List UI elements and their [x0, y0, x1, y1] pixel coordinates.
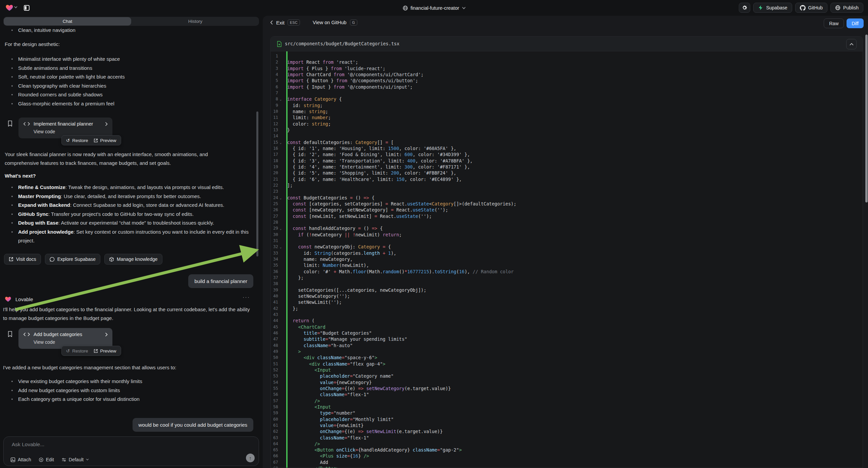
bullet-dot	[11, 196, 13, 197]
code-line: 57 />	[271, 398, 863, 404]
bullet-dot	[11, 213, 13, 215]
next-steps-list: Refine & Customize: Tweak the design, an…	[0, 183, 250, 245]
restore-button[interactable]: ↺ Restore	[66, 348, 88, 353]
user-message-bubble: would be cool if you could add budget ca…	[132, 418, 253, 432]
assistant-header: Lovable	[5, 296, 33, 302]
collapse-file-button[interactable]	[846, 39, 857, 49]
lovable-logo-icon[interactable]	[5, 4, 13, 12]
list-item: Subtle animations and transitions	[0, 64, 245, 73]
logo-chevron-down-icon[interactable]	[14, 6, 18, 8]
view-code-link[interactable]: View code	[34, 129, 108, 134]
view-code-link[interactable]: View code	[34, 340, 108, 345]
code-line: 32⌄ const newCategoryObj: Category = {	[271, 244, 863, 250]
message-menu-button[interactable]: ···	[243, 294, 250, 300]
code-panel-scrollbar-thumb[interactable]	[865, 35, 868, 202]
version-card-title: Add budget categories	[34, 332, 102, 337]
code-line: 64 />	[271, 441, 863, 447]
code-line: 2import React from 'react';	[271, 59, 863, 65]
publish-globe-icon	[835, 5, 840, 10]
sidebar-toggle-button[interactable]	[22, 3, 31, 12]
code-line: 53 placeholder="Category name"	[271, 373, 863, 379]
code-line: 19 { id: '4', name: 'Entertainment', lim…	[271, 164, 863, 170]
code-line: 68 </Button>	[271, 465, 863, 468]
code-line: 25 const [categories, setCategories] = R…	[271, 201, 863, 207]
file-path: src/components/budget/BudgetCategories.t…	[285, 41, 399, 46]
code-line: 66 <Plus size={16} />	[271, 453, 863, 459]
bullet-dot	[11, 222, 13, 224]
code-line: 41 setNewLimit('');	[271, 299, 863, 305]
tab-chat[interactable]: Chat	[4, 17, 131, 26]
prompt-composer: Attach Edit Default	[3, 436, 259, 466]
list-item: Clean, intuitive navigation	[0, 26, 245, 35]
chevron-left-icon	[270, 20, 273, 25]
esc-shortcut-badge: ESC	[287, 20, 300, 26]
chat-scrollbar-thumb[interactable]	[256, 112, 258, 257]
bullet-dot	[11, 85, 13, 87]
list-item: Clean typography with clear hierarchies	[0, 82, 245, 91]
code-line: 3import { Plus } from 'lucide-react';	[271, 65, 863, 71]
code-line: 43	[271, 312, 863, 318]
list-item: Each category gets a unique color for vi…	[0, 395, 245, 404]
code-line: 22];	[271, 182, 863, 188]
chevron-right-icon	[105, 122, 108, 126]
bullet-dot	[11, 94, 13, 95]
list-item: Rounded corners and subtle shadows	[0, 90, 245, 99]
preview-button[interactable]: Preview	[94, 349, 117, 353]
code-line: 61 value={newLimit}	[271, 422, 863, 429]
code-line: 18 { id: '3', name: 'Transportation', li…	[271, 158, 863, 164]
settings-button[interactable]	[739, 3, 750, 13]
code-line: 24⌄const BudgetCategories = () => {	[271, 195, 863, 201]
chat-scroll-area[interactable]: Clean, intuitive navigation For the desi…	[0, 26, 263, 435]
external-link-icon	[9, 257, 13, 262]
code-line: 20 { id: '5', name: 'Shopping', limit: 2…	[271, 170, 863, 176]
send-button[interactable]: ↑	[246, 454, 255, 462]
list-item: Expand with Backend: Connect Supabase to…	[0, 201, 250, 210]
exit-button[interactable]: Exit ESC	[270, 20, 300, 26]
external-link-icon	[94, 138, 98, 143]
added-bullet-list: View existing budget categories with the…	[0, 377, 245, 404]
code-line: 58 <Input	[271, 404, 863, 410]
app-window: financial-future-creator Supabase	[0, 0, 868, 468]
code-line: 51 <div className="flex gap-4">	[271, 360, 863, 367]
file-header[interactable]: src/components/budget/BudgetCategories.t…	[271, 37, 863, 51]
diff-toggle-button[interactable]: Diff	[846, 19, 864, 28]
preview-button[interactable]: Preview	[94, 138, 117, 143]
code-line: 55 onChange={(e) => setNewCategory(e.tar…	[271, 385, 863, 391]
code-line: 60 placeholder="Monthly limit"	[271, 416, 863, 422]
package-icon	[109, 257, 114, 262]
chevron-right-icon	[105, 332, 108, 337]
visit-docs-button[interactable]: Visit docs	[4, 254, 41, 265]
bookmark-icon[interactable]	[7, 331, 13, 338]
publish-button[interactable]: Publish	[830, 3, 863, 13]
bookmark-icon[interactable]	[7, 120, 13, 127]
supabase-button[interactable]: Supabase	[753, 3, 792, 13]
model-selector[interactable]: Default	[61, 457, 89, 462]
code-line: 7	[271, 90, 863, 96]
view-on-github-button[interactable]: View on GitHub G	[313, 20, 357, 26]
design-bullet-list: Minimalist interface with plenty of whit…	[0, 55, 245, 108]
code-line: 67 Add	[271, 459, 863, 465]
edit-button[interactable]: Edit	[39, 457, 54, 462]
code-line: 11 limit: number;	[271, 115, 863, 120]
manage-knowledge-button[interactable]: Manage knowledge	[104, 254, 162, 265]
attach-button[interactable]: Attach	[10, 457, 31, 462]
code-line: 40 setNewCategory('');	[271, 293, 863, 299]
raw-toggle-button[interactable]: Raw	[824, 19, 844, 28]
publish-label: Publish	[843, 5, 859, 10]
github-button[interactable]: GitHub	[795, 3, 828, 13]
restore-button[interactable]: ↺ Restore	[66, 138, 88, 143]
code-icon	[23, 332, 30, 337]
prompt-input[interactable]	[11, 441, 246, 451]
code-line: 1	[271, 53, 863, 59]
code-line: 47 subtitle="Manage your spending limits…	[271, 336, 863, 342]
bullet-dot	[11, 76, 13, 78]
code-line: 33 id: String(categories.length + 1),	[271, 250, 863, 256]
explore-supabase-button[interactable]: Explore Supabase	[45, 254, 100, 265]
lovable-heart-icon	[5, 296, 11, 302]
code-line: 37 };	[271, 274, 863, 281]
tab-history[interactable]: History	[131, 17, 259, 26]
top-bullet-list: Clean, intuitive navigation	[0, 26, 245, 35]
project-switcher[interactable]: financial-future-creator	[399, 3, 469, 13]
code-line: 30 if (!newCategory || !newLimit) return…	[271, 232, 863, 238]
version-card-title: Implement financial planner	[34, 121, 102, 126]
